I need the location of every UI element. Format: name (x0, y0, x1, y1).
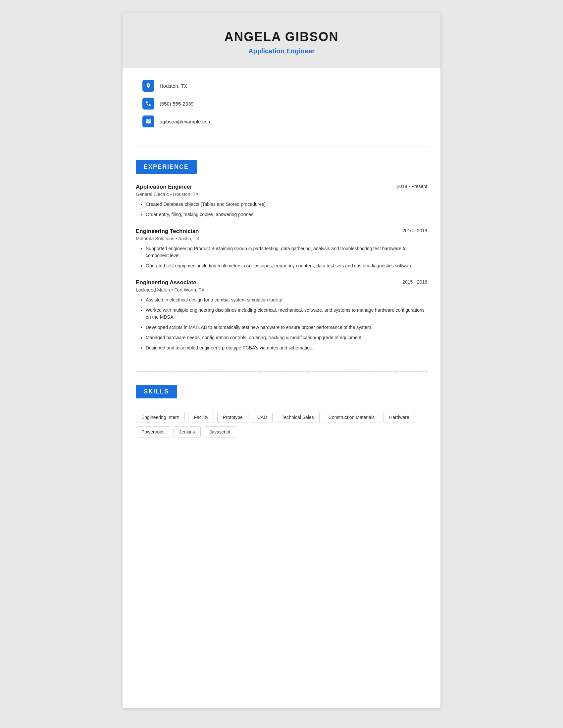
exp-title-2: Engineering Technician (136, 228, 199, 235)
exp-company-3: Lockheed Martin • Fort Worth, TX (136, 287, 427, 293)
divider-2 (136, 371, 427, 372)
exp-bullets-2: Supported engineering Product Sustaining… (136, 245, 427, 269)
skill-tag: CAD (252, 412, 273, 423)
exp-entry-2: Engineering Technician 2016 - 2019 Motor… (136, 228, 427, 269)
candidate-name: ANGELA GIBSON (136, 30, 427, 44)
exp-title-1: Application Engineer (136, 184, 192, 190)
location-item: Houston, TX (142, 80, 421, 92)
exp-company-2: Motorola Solutions • Austin, TX (136, 236, 427, 241)
skill-tag: Technical Sales (276, 412, 319, 423)
exp-title-3: Engineering Associate (136, 279, 196, 286)
experience-section: EXPERIENCE Application Engineer 2019 - P… (122, 150, 441, 368)
list-item: Order entry, filing, making copies, answ… (146, 211, 427, 218)
skill-tag: Powerpoint (136, 426, 170, 437)
exp-bullets-1: Created Database objects (Tables and Sto… (136, 201, 427, 218)
exp-date-3: 2015 - 2016 (402, 279, 427, 285)
resume-header: ANGELA GIBSON Application Engineer (122, 13, 441, 68)
list-item: Created Database objects (Tables and Sto… (146, 201, 427, 208)
list-item: Assisted in electrical design for a comb… (146, 296, 427, 303)
skill-tag: Engineering Intern (136, 412, 185, 423)
location-text: Houston, TX (160, 83, 187, 89)
contact-section: Houston, TX (650) 555-2339 agibson@examp… (122, 68, 441, 143)
resume-container: ANGELA GIBSON Application Engineer Houst… (122, 13, 441, 708)
skills-tags-container: Engineering InternFacilityPrototypeCADTe… (136, 412, 427, 437)
email-icon (142, 115, 154, 127)
skill-tag: Construction Materials (323, 412, 380, 423)
list-item: Supported engineering Product Sustaining… (146, 245, 427, 259)
exp-entry-3: Engineering Associate 2015 - 2016 Lockhe… (136, 279, 427, 351)
phone-icon (142, 98, 154, 110)
list-item: Operated test equipment including multim… (146, 262, 427, 269)
skill-tag: Prototype (217, 412, 248, 423)
phone-text: (650) 555-2339 (160, 101, 194, 107)
skill-tag: Facility (188, 412, 214, 423)
exp-date-2: 2016 - 2019 (402, 228, 427, 233)
skills-section: SKILLS Engineering InternFacilityPrototy… (122, 375, 441, 451)
exp-company-1: General Electric • Houston, TX (136, 192, 427, 197)
list-item: Developed scripts in MATLAB to automatic… (146, 324, 427, 331)
candidate-title: Application Engineer (136, 47, 427, 55)
skills-section-label: SKILLS (136, 385, 177, 398)
skill-tag: Hardware (384, 412, 415, 423)
exp-bullets-3: Assisted in electrical design for a comb… (136, 296, 427, 351)
divider-1 (136, 147, 427, 147)
experience-section-label: EXPERIENCE (136, 160, 197, 174)
exp-header-row-1: Application Engineer 2019 - Present (136, 184, 427, 190)
email-item: agibson@example.com (142, 115, 421, 127)
skill-tag: Jenkins (173, 426, 200, 437)
location-icon (142, 80, 154, 92)
exp-header-row-3: Engineering Associate 2015 - 2016 (136, 279, 427, 286)
skill-tag: Javascript (204, 426, 236, 437)
exp-date-1: 2019 - Present (397, 184, 427, 189)
list-item: Worked with multiple engineering discipl… (146, 307, 427, 321)
exp-header-row-2: Engineering Technician 2016 - 2019 (136, 228, 427, 235)
phone-item: (650) 555-2339 (142, 98, 421, 110)
list-item: Managed hardware needs, configuration co… (146, 334, 427, 341)
email-text: agibson@example.com (160, 119, 211, 124)
exp-entry-1: Application Engineer 2019 - Present Gene… (136, 184, 427, 218)
list-item: Designed and assembled engineer's protot… (146, 344, 427, 351)
